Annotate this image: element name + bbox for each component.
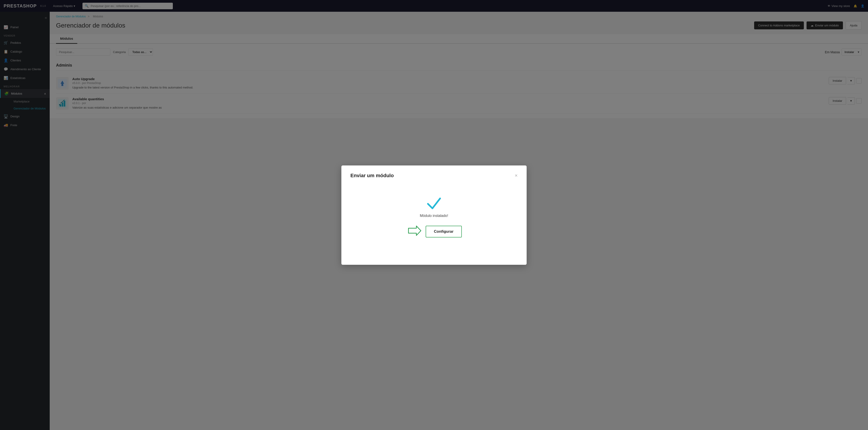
modal-title: Enviar um módulo: [350, 173, 394, 178]
success-checkmark: [426, 197, 442, 210]
modal-header: Enviar um módulo ×: [350, 173, 518, 178]
checkmark-svg: [426, 197, 442, 210]
right-arrow-svg: [406, 225, 422, 236]
modal-close-button[interactable]: ×: [515, 173, 518, 178]
configure-button[interactable]: Configurar: [426, 226, 462, 237]
modal-action-row: Configurar: [406, 225, 462, 238]
svg-marker-7: [408, 226, 421, 235]
modal-body: Módulo instalado! Configurar: [350, 186, 518, 249]
arrow-icon: [406, 225, 422, 238]
modal-dialog: Enviar um módulo × Módulo instalado! Con…: [341, 165, 527, 265]
modal-overlay: Enviar um módulo × Módulo instalado! Con…: [0, 0, 868, 430]
installed-text: Módulo instalado!: [420, 214, 448, 218]
